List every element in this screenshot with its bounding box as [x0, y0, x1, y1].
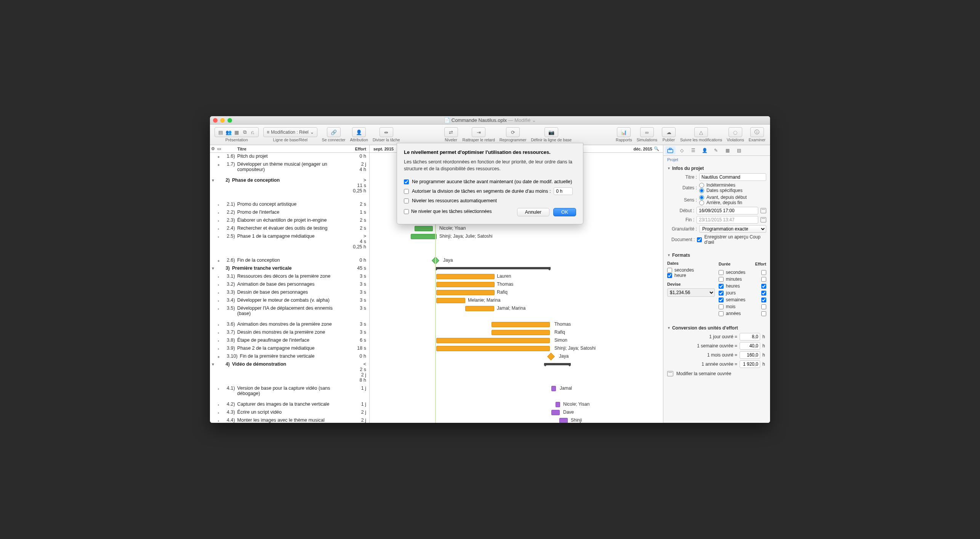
reschedule-button[interactable]: ⟳ — [506, 127, 520, 137]
dur-min-checkbox[interactable]: minutes — [719, 277, 742, 282]
tab-styles[interactable]: ✎ — [711, 146, 721, 155]
task-row[interactable]: 3.10)Fin de la première tranche vertical… — [210, 353, 369, 361]
gantt-bar[interactable] — [415, 226, 433, 231]
gantt-bar[interactable] — [436, 274, 495, 279]
milestone-diamond[interactable] — [547, 353, 555, 360]
dur-month-checkbox[interactable]: mois — [719, 304, 735, 309]
task-row[interactable]: 3.5)Développer l'IA de déplacement des e… — [210, 305, 369, 321]
task-row[interactable]: 2.1)Promo du concept artistique2 s — [210, 201, 369, 209]
reports-button[interactable]: 📊 — [617, 127, 631, 137]
conv-month-input[interactable] — [740, 351, 760, 359]
gantt-bar[interactable] — [465, 306, 494, 311]
dur-sec-checkbox[interactable]: secondes — [719, 270, 745, 275]
tab-outline[interactable]: ▤ — [733, 146, 744, 155]
task-row[interactable]: 4.2)Capturer des images de la tranche ve… — [210, 401, 369, 409]
task-row[interactable]: 3.6)Animation des monstres de la premièr… — [210, 321, 369, 329]
task-row[interactable]: 4.3)Écrire un script vidéo2 j — [210, 409, 369, 417]
tab-milestones[interactable]: ◇ — [676, 146, 687, 155]
task-row[interactable]: ▼2)Phase de conception>11 s0,25 h — [210, 177, 369, 201]
gantt-bar[interactable] — [492, 330, 550, 335]
tab-task[interactable]: ☰ — [688, 146, 698, 155]
connect-button[interactable]: 🔗 — [327, 127, 341, 137]
task-row[interactable]: 3.2)Animation de base des personnages3 s — [210, 281, 369, 289]
start-date-input[interactable] — [697, 207, 758, 214]
direction-forward-radio[interactable]: Avant, depuis début — [699, 195, 766, 200]
tab-project[interactable] — [665, 146, 676, 155]
tab-resource[interactable]: 👤 — [699, 146, 710, 155]
gantt-bar[interactable] — [436, 338, 550, 343]
dur-week-checkbox[interactable]: semaines — [719, 297, 745, 302]
gantt-bar[interactable] — [551, 386, 556, 391]
calendar-icon[interactable] — [761, 208, 766, 213]
conv-week-input[interactable] — [740, 342, 760, 350]
catchup-button[interactable]: ⇥ — [472, 127, 485, 137]
eff-year-checkbox[interactable] — [761, 311, 766, 316]
ok-button[interactable]: OK — [553, 208, 576, 216]
task-row[interactable]: 4.4)Monter les images avec le thème musi… — [210, 417, 369, 423]
eff-day-checkbox[interactable] — [761, 291, 766, 296]
task-row[interactable]: 2.6)Fin de la conception0 h — [210, 257, 369, 265]
dur-day-checkbox[interactable]: jours — [719, 290, 736, 296]
split-button[interactable]: ⇹ — [380, 127, 393, 137]
eff-week-checkbox[interactable] — [761, 297, 766, 302]
gantt-bar[interactable] — [492, 322, 550, 327]
gantt-bar[interactable] — [436, 290, 495, 295]
task-row[interactable]: 3.3)Dessin de base des personnages3 s — [210, 289, 369, 297]
section-formats[interactable]: ▼Formats — [663, 251, 770, 259]
quicklook-checkbox[interactable]: Enregistrer un aperçu Coup d'œil — [697, 234, 766, 245]
examine-button[interactable]: ⓘ — [750, 127, 764, 137]
col-title[interactable]: Titre — [222, 147, 348, 151]
minimize-window-button[interactable] — [220, 118, 225, 123]
violations-button[interactable]: ◌ — [729, 127, 742, 137]
granularity-select[interactable]: Programmation exacte — [699, 225, 766, 233]
task-row[interactable]: 2.3)Élaborer un échantillon de projet in… — [210, 217, 369, 225]
conv-day-input[interactable] — [740, 333, 760, 341]
section-conversion[interactable]: ▼Conversion des unités d'effort — [663, 324, 770, 332]
track-button[interactable]: △ — [694, 127, 708, 137]
assign-button[interactable]: 👤 — [352, 127, 366, 137]
baseline-dropdown[interactable]: ≡ Modification : Réel ⌄ — [263, 127, 317, 137]
publish-button[interactable]: ☁ — [662, 127, 676, 137]
section-project-info[interactable]: ▼Infos du projet — [663, 164, 770, 173]
task-row[interactable]: 3.1)Ressources des décors de la première… — [210, 273, 369, 281]
dur-year-checkbox[interactable]: années — [719, 311, 741, 316]
task-row[interactable]: 3.7)Dessin des monstres de la première z… — [210, 329, 369, 337]
calendar-icon[interactable] — [761, 217, 766, 222]
dates-undetermined-radio[interactable]: Indéterminées — [699, 182, 766, 188]
gantt-bar[interactable] — [436, 346, 550, 351]
task-row[interactable]: 2.4)Rechercher et évaluer des outils de … — [210, 225, 369, 233]
group-bar[interactable] — [544, 363, 571, 365]
currency-select[interactable]: $1,234.56 — [667, 288, 715, 297]
task-row[interactable]: 2.2)Promo de l'interface1 s — [210, 209, 369, 217]
simulations-button[interactable]: ∞ — [640, 127, 654, 137]
task-row[interactable]: 3.4)Développer le moteur de combats (v. … — [210, 297, 369, 305]
opt-auto-level[interactable]: Niveler les ressources automatiquement — [404, 197, 576, 205]
task-row[interactable]: 1.6)Pitch du projet0 h — [210, 153, 369, 161]
split-duration-input[interactable] — [554, 187, 573, 195]
eff-month-checkbox[interactable] — [761, 304, 766, 309]
gantt-bar[interactable] — [551, 410, 560, 415]
gantt-bar[interactable] — [436, 298, 465, 303]
task-row[interactable]: 2.5)Phase 1 de la campagne médiatique>4 … — [210, 233, 369, 257]
dur-hour-checkbox[interactable]: heures — [719, 283, 740, 289]
task-row[interactable]: ▼4)Vidéo de démonstration<2 s2 j8 h — [210, 361, 369, 385]
note-icon[interactable]: ▭ — [216, 146, 222, 151]
level-button[interactable]: ⇄ — [444, 127, 458, 137]
outline-body[interactable]: 1.6)Pitch du projet0 h1.7)Développer un … — [210, 153, 369, 423]
col-effort[interactable]: Effort — [348, 147, 369, 151]
gantt-bar[interactable] — [556, 402, 560, 407]
eff-sec-checkbox[interactable] — [761, 270, 766, 275]
filter-icon[interactable]: ⚙ — [210, 146, 216, 151]
task-row[interactable]: 4.1)Version de base pour la capture vidé… — [210, 385, 369, 401]
tab-custom[interactable]: ▦ — [722, 146, 733, 155]
dates-specific-radio[interactable]: Dates spécifiques — [699, 188, 766, 193]
conv-year-input[interactable] — [740, 360, 760, 368]
eff-hour-checkbox[interactable] — [761, 284, 766, 289]
project-title-input[interactable] — [699, 173, 766, 181]
opt-allow-split[interactable]: Autoriser la division de tâches en segme… — [404, 186, 576, 197]
gantt-bar[interactable] — [411, 234, 437, 239]
task-row[interactable]: 3.9)Phase 2 de la campagne médiatique18 … — [210, 345, 369, 353]
task-row[interactable]: 1.7)Développer un thème musical (engager… — [210, 161, 369, 177]
gantt-bar[interactable] — [559, 418, 568, 423]
opt-selected-only[interactable]: Ne niveler que les tâches sélectionnées — [404, 209, 514, 214]
